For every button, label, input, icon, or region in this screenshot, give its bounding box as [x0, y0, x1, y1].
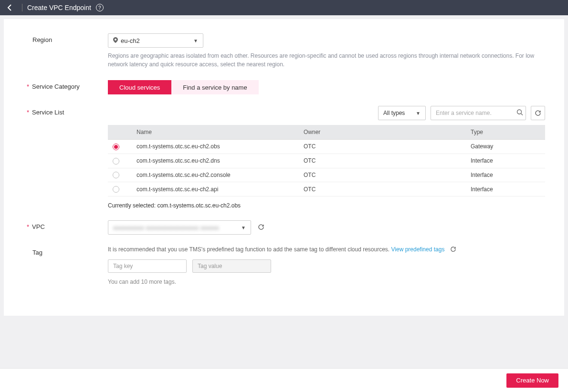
radio-button[interactable] — [113, 158, 119, 165]
tags-remaining-text: You can add 10 more tags. — [108, 279, 545, 285]
refresh-tags-button[interactable] — [450, 247, 456, 254]
chevron-down-icon: ▼ — [416, 111, 421, 116]
chevron-down-icon: ▼ — [241, 225, 246, 230]
refresh-vpc-button[interactable] — [258, 224, 264, 232]
header-divider — [22, 4, 22, 11]
table-row[interactable]: com.t-systems.otc.sc.eu-ch2.obsOTCGatewa… — [108, 140, 545, 154]
table-row[interactable]: com.t-systems.otc.sc.eu-ch2.dnsOTCInterf… — [108, 154, 545, 168]
table-row[interactable]: com.t-systems.otc.sc.eu-ch2.apiOTCInterf… — [108, 182, 545, 196]
service-name-cell: com.t-systems.otc.sc.eu-ch2.dns — [132, 154, 299, 168]
region-help-text: Regions are geographic areas isolated fr… — [108, 52, 545, 69]
region-label: Region — [27, 33, 108, 69]
required-star: * — [27, 109, 29, 116]
col-name: Name — [132, 125, 299, 140]
service-category-row: * Service Category Cloud services Find a… — [27, 80, 545, 94]
help-icon[interactable]: ? — [96, 4, 104, 11]
vpc-label: * VPC — [27, 220, 108, 235]
service-type-cell: Interface — [466, 182, 545, 196]
location-icon — [113, 37, 118, 44]
region-select[interactable]: eu-ch2 ▼ — [108, 33, 203, 48]
tag-hint: It is recommended that you use TMS's pre… — [108, 246, 545, 254]
service-category-label: * Service Category — [27, 80, 108, 94]
service-type-cell: Interface — [466, 168, 545, 182]
required-star: * — [27, 223, 29, 230]
service-name-cell: com.t-systems.otc.sc.eu-ch2.api — [132, 182, 299, 196]
tag-label: Tag — [27, 246, 108, 285]
tag-key-input[interactable] — [108, 259, 187, 273]
main-panel: Region eu-ch2 ▼ Regions are geographic a… — [4, 19, 564, 316]
service-owner-cell: OTC — [299, 182, 466, 196]
chevron-down-icon: ▼ — [193, 38, 198, 43]
refresh-service-list-button[interactable] — [531, 106, 545, 120]
service-search-input[interactable] — [431, 106, 526, 120]
service-type-cell: Gateway — [466, 140, 545, 154]
page-title: Create VPC Endpoint — [27, 4, 91, 11]
header-bar: Create VPC Endpoint ? — [0, 0, 568, 15]
service-category-toggle: Cloud services Find a service by name — [108, 80, 545, 94]
col-type: Type — [466, 125, 545, 140]
region-value: eu-ch2 — [121, 37, 140, 44]
radio-button[interactable] — [113, 144, 119, 150]
service-name-cell: com.t-systems.otc.sc.eu-ch2.obs — [132, 140, 299, 154]
service-list-row: * Service List All types ▼ — [27, 106, 545, 209]
col-owner: Owner — [299, 125, 466, 140]
table-row[interactable]: com.t-systems.otc.sc.eu-ch2.consoleOTCIn… — [108, 168, 545, 182]
service-owner-cell: OTC — [299, 168, 466, 182]
service-owner-cell: OTC — [299, 140, 466, 154]
type-filter-select[interactable]: All types ▼ — [378, 106, 426, 120]
tag-row: Tag It is recommended that you use TMS's… — [27, 246, 545, 285]
service-table: Name Owner Type com.t-systems.otc.sc.eu-… — [108, 125, 545, 196]
search-icon[interactable] — [516, 109, 523, 117]
view-predefined-tags-link[interactable]: View predefined tags — [391, 246, 445, 253]
region-row: Region eu-ch2 ▼ Regions are geographic a… — [27, 33, 545, 69]
radio-button[interactable] — [113, 186, 119, 193]
service-owner-cell: OTC — [299, 154, 466, 168]
toggle-find-by-name[interactable]: Find a service by name — [171, 80, 258, 94]
back-icon[interactable] — [6, 4, 13, 11]
vpc-select[interactable]: xxxxxxxxxx xxxxxxxxxxxxxxxxx xxxxxx ▼ — [108, 220, 251, 235]
vpc-row: * VPC xxxxxxxxxx xxxxxxxxxxxxxxxxx xxxxx… — [27, 220, 545, 235]
service-list-toolbar: All types ▼ — [108, 106, 545, 120]
svg-line-1 — [521, 113, 523, 115]
vpc-value: xxxxxxxxxx xxxxxxxxxxxxxxxxx xxxxxx — [113, 224, 241, 231]
service-name-cell: com.t-systems.otc.sc.eu-ch2.console — [132, 168, 299, 182]
service-list-label: * Service List — [27, 106, 108, 209]
currently-selected-text: Currently selected: com.t-systems.otc.sc… — [108, 202, 545, 209]
required-star: * — [27, 83, 29, 90]
tag-value-input[interactable] — [192, 259, 271, 273]
radio-button[interactable] — [113, 172, 119, 178]
toggle-cloud-services[interactable]: Cloud services — [108, 80, 171, 94]
service-type-cell: Interface — [466, 154, 545, 168]
svg-point-0 — [517, 110, 522, 114]
